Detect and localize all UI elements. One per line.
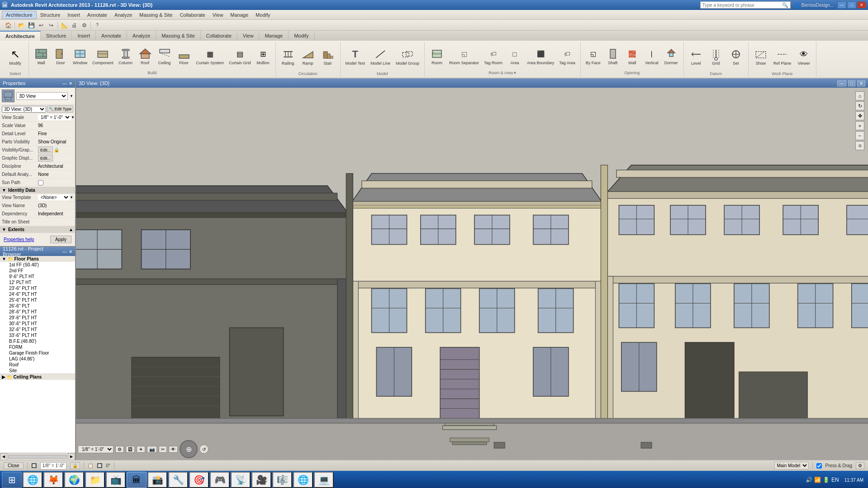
visibility-edit-button[interactable]: Edit... xyxy=(38,147,53,153)
tab-massing[interactable]: Massing & Site xyxy=(156,31,200,41)
search-input[interactable] xyxy=(702,3,782,8)
tree-item-bfe[interactable]: B.F.E.(48.80') xyxy=(0,338,75,344)
menu-item-architecture[interactable]: Architecture xyxy=(2,11,37,19)
minimize-button[interactable]: — xyxy=(837,1,846,9)
tree-item-28-6-plt[interactable]: 28'-6" PLT HT xyxy=(0,309,75,315)
navigation-wheel[interactable]: ⊕ xyxy=(180,440,198,458)
tree-item-2nd-ff[interactable]: 2nd FF xyxy=(0,268,75,274)
redo-button[interactable]: ↪ xyxy=(47,21,56,30)
tab-manage[interactable]: Manage xyxy=(259,31,289,41)
tree-item-ceiling-plans[interactable]: ▶ 📁 Ceiling Plans xyxy=(0,374,75,380)
by-face-button[interactable]: ◱ By Face xyxy=(583,45,603,67)
view-home-button[interactable]: ⌂ xyxy=(855,91,864,100)
scale-select[interactable]: 1/8" = 1'-0" xyxy=(78,445,114,453)
view-type-select[interactable]: 3D View xyxy=(16,92,68,100)
tag-room-button[interactable]: 🏷 Tag Room xyxy=(482,45,505,67)
viewport-close[interactable]: ✕ xyxy=(857,81,865,86)
shaft-button[interactable]: Shaft xyxy=(603,45,622,67)
menu-item-structure[interactable]: Structure xyxy=(37,11,64,19)
tree-item-9-6-plt[interactable]: 9'-6" PLT HT xyxy=(0,274,75,280)
menu-item-insert[interactable]: Insert xyxy=(64,11,84,19)
undo-button[interactable]: ↩ xyxy=(37,21,46,30)
properties-panel-minimize[interactable]: — xyxy=(62,81,67,86)
taskbar-app4-button[interactable]: 🔧 xyxy=(168,472,188,488)
taskbar-clock[interactable]: 11:37 AM xyxy=(842,478,866,483)
tree-item-floor-plans[interactable]: ▼ 📁 Floor Plans xyxy=(0,256,75,262)
home-button[interactable]: 🏠 xyxy=(4,21,13,30)
render-button[interactable]: 📷 xyxy=(147,446,157,453)
taskbar-app9-button[interactable]: 🎼 xyxy=(272,472,292,488)
curtain-system-button[interactable]: ▦ Curtain System xyxy=(194,45,227,67)
viewport[interactable]: 3D View: {3D} — □ ✕ xyxy=(76,79,868,460)
view-template-select[interactable]: <None> xyxy=(38,194,70,200)
sun-path-checkbox[interactable] xyxy=(38,180,43,185)
taskbar-app7-button[interactable]: 📡 xyxy=(231,472,251,488)
tab-annotate[interactable]: Annotate xyxy=(96,31,127,41)
identity-data-section[interactable]: ▼ Identity Data xyxy=(0,187,75,194)
ramp-button[interactable]: Ramp xyxy=(299,46,318,67)
tab-architecture[interactable]: Architecture xyxy=(0,31,41,41)
tree-item-1st-ff[interactable]: 1st FF (S0.40') xyxy=(0,262,75,268)
viewport-content[interactable]: ⌂ ↻ ✥ + − ⊡ 1/8" = 1'-0" ⚙ 🖼 ☀ 📷 ✂ 👁 ⊕ ↺ xyxy=(76,88,868,460)
menu-item-collaborate[interactable]: Collaborate xyxy=(176,11,209,19)
view-settings-button[interactable]: ⚙ xyxy=(115,446,124,453)
tag-area-button[interactable]: 🏷 Tag Area xyxy=(557,45,578,67)
column-button[interactable]: Column xyxy=(116,45,135,67)
print-button[interactable]: 🖨 xyxy=(70,21,79,30)
room-separator-button[interactable]: ◱ Room Separator xyxy=(447,45,481,67)
tree-item-26-6-plt[interactable]: 26'-6" PLT xyxy=(0,303,75,309)
properties-panel-close[interactable]: ✕ xyxy=(69,81,72,86)
menu-item-view[interactable]: View xyxy=(209,11,227,19)
railing-button[interactable]: Railing xyxy=(279,46,298,67)
sun-settings-button[interactable]: ☀ xyxy=(137,446,145,453)
taskbar-revit-button[interactable]: 🏛 xyxy=(127,472,147,488)
model-text-button[interactable]: T Model Text xyxy=(343,46,367,67)
taskbar-app10-button[interactable]: 🌐 xyxy=(293,472,313,488)
menu-item-massing[interactable]: Massing & Site xyxy=(136,11,176,19)
browser-scroll-right[interactable]: ▶ xyxy=(68,453,75,460)
modify-button[interactable]: ↖ Modify xyxy=(6,46,25,67)
dormer-button[interactable]: Dormer xyxy=(662,45,681,67)
viewport-minimize[interactable]: — xyxy=(837,81,846,86)
tree-item-site[interactable]: Site xyxy=(0,368,75,374)
tab-modify[interactable]: Modify xyxy=(289,31,314,41)
tab-structure[interactable]: Structure xyxy=(41,31,72,41)
tree-item-form[interactable]: FORM xyxy=(0,344,75,350)
ref-plane-button[interactable]: Ref Plane xyxy=(771,46,794,67)
ceiling-button[interactable]: Ceiling xyxy=(155,45,174,67)
tab-insert[interactable]: Insert xyxy=(72,31,96,41)
tab-analyze[interactable]: Analyze xyxy=(127,31,156,41)
crop-button[interactable]: ✂ xyxy=(159,446,167,453)
settings-button[interactable]: ⚙ xyxy=(80,21,89,30)
taskbar-app6-button[interactable]: 🎮 xyxy=(210,472,230,488)
menu-item-modify[interactable]: Modify xyxy=(252,11,274,19)
browser-scrollbar[interactable] xyxy=(8,455,67,459)
view-select[interactable]: 3D View: (3D) xyxy=(2,106,46,113)
view-scale-select[interactable]: 1/8" = 1'-0" xyxy=(38,114,71,120)
component-button[interactable]: Component xyxy=(90,45,116,67)
taskbar-firefox-button[interactable]: 🦊 xyxy=(43,472,63,488)
tree-item-25-6-plt[interactable]: 25'-6" PLT HT xyxy=(0,297,75,303)
tree-item-23-6-plt[interactable]: 23'-6" PLT HT xyxy=(0,285,75,291)
press-drag-checkbox[interactable] xyxy=(816,463,822,469)
full-navigation-button[interactable]: ↺ xyxy=(199,445,209,454)
taskbar-chrome-button[interactable]: 🌍 xyxy=(64,472,84,488)
set-button[interactable]: Set xyxy=(726,46,745,67)
grid-button[interactable]: Grid xyxy=(707,46,726,67)
menu-item-manage[interactable]: Manage xyxy=(227,11,252,19)
status-settings-button[interactable]: ⚙ xyxy=(856,462,864,469)
tree-item-garage[interactable]: Garage Finish Floor xyxy=(0,350,75,356)
graphic-display-edit-button[interactable]: Edit... xyxy=(38,155,53,161)
hide-button[interactable]: 👁 xyxy=(169,446,178,453)
viewport-restore[interactable]: □ xyxy=(848,81,855,86)
apply-button[interactable]: Apply xyxy=(50,236,71,243)
maximize-button[interactable]: □ xyxy=(847,1,856,9)
view-pan-button[interactable]: ✥ xyxy=(855,111,864,120)
curtain-grid-button[interactable]: ▤ Curtain Grid xyxy=(227,45,253,67)
vertical-button[interactable]: | Vertical xyxy=(642,45,661,67)
taskbar-app11-button[interactable]: 💻 xyxy=(314,472,334,488)
viewer-button[interactable]: 👁 Viewer xyxy=(794,46,813,67)
start-button[interactable]: ⊞ xyxy=(2,472,22,488)
extents-section[interactable]: ▼ Extents ▲ xyxy=(0,226,75,233)
tree-item-12-plt[interactable]: 12' PLT HT xyxy=(0,280,75,285)
